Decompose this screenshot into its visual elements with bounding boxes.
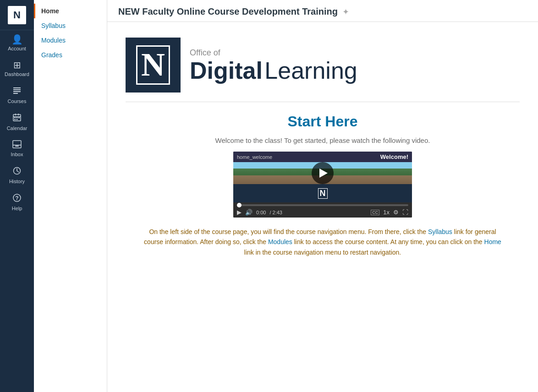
course-nav-sidebar: Home Syllabus Modules Grades: [34, 0, 107, 392]
svg-rect-13: [13, 141, 21, 148]
dashboard-icon: ⊞: [13, 60, 21, 70]
course-nav-syllabus[interactable]: Syllabus: [34, 18, 107, 33]
odl-n-box: N: [126, 38, 181, 93]
favorite-star-icon[interactable]: ✦: [342, 7, 349, 17]
sidebar-item-dashboard[interactable]: ⊞ Dashboard: [0, 56, 34, 82]
course-nav-modules[interactable]: Modules: [34, 33, 107, 48]
sidebar-item-label: History: [9, 179, 25, 184]
inbox-icon: [12, 140, 22, 150]
course-nav-grades[interactable]: Grades: [34, 48, 107, 62]
welcome-text: Welcome to the class! To get started, pl…: [126, 136, 520, 144]
video-play-button[interactable]: [312, 162, 334, 184]
nav-text-blue-syllabus: Syllabus: [428, 228, 452, 235]
video-fullscreen-icon[interactable]: ⛶: [402, 209, 408, 216]
sidebar-item-account[interactable]: 👤 Account: [0, 30, 34, 56]
nav-text-blue-modules: Modules: [268, 238, 292, 245]
sidebar-item-label: Courses: [8, 98, 27, 104]
video-time-total: / 2:43: [269, 210, 282, 215]
svg-rect-1: [13, 89, 21, 90]
sidebar-item-calendar[interactable]: Calendar: [0, 109, 34, 136]
video-controls: ▶ 🔊 0:00 / 2:43 CC 1x ⚙ ⛶: [233, 207, 412, 218]
sidebar-item-label: Account: [8, 46, 26, 51]
sidebar-item-history[interactable]: History: [0, 162, 34, 189]
canvas-logo: N: [8, 6, 26, 24]
sidebar-item-label: Calendar: [7, 125, 27, 131]
odl-digital-learning: Digital Learning: [190, 59, 357, 82]
nav-text-brown-1: On the left side of the course page, you…: [149, 228, 426, 235]
nav-instruction-text: On the left side of the course page, you…: [144, 227, 501, 257]
svg-rect-6: [15, 114, 16, 115]
course-nav-home[interactable]: Home: [34, 4, 107, 18]
canvas-logo-area[interactable]: N: [0, 0, 34, 30]
odl-text-area: Office of Digital Learning: [181, 48, 357, 82]
help-icon: ?: [12, 193, 22, 204]
video-campus-bg: [233, 162, 412, 184]
sidebar-item-label: Inbox: [11, 152, 23, 157]
progress-track[interactable]: [237, 204, 408, 206]
history-icon: [12, 166, 22, 177]
svg-rect-9: [16, 117, 18, 118]
svg-rect-8: [14, 117, 16, 118]
sidebar-item-help[interactable]: ? Help: [0, 189, 34, 216]
svg-rect-0: [13, 87, 21, 88]
odl-office-of: Office of: [190, 48, 357, 58]
nav-instructions: On the left side of the course page, you…: [126, 227, 520, 257]
video-logo-bar: N: [233, 184, 412, 202]
video-player: home_welcome Welcome! N: [233, 152, 412, 218]
odl-digital-text: Digital: [190, 57, 263, 84]
svg-rect-3: [13, 93, 18, 94]
calendar-icon: [12, 113, 22, 124]
sidebar-item-label: Help: [12, 206, 22, 211]
svg-rect-7: [18, 114, 19, 115]
svg-text:?: ?: [15, 195, 18, 201]
svg-line-18: [17, 171, 19, 172]
main-content: NEW Faculty Online Course Development Tr…: [107, 0, 538, 392]
video-progress-area[interactable]: [233, 202, 412, 207]
svg-rect-15: [15, 146, 19, 147]
nav-text-blue-home: Home: [484, 238, 501, 245]
video-title-text: home_welcome: [237, 154, 272, 160]
video-cc-icon[interactable]: CC: [371, 210, 379, 215]
video-volume-icon[interactable]: 🔊: [245, 209, 253, 216]
play-triangle-icon: [319, 169, 328, 178]
sidebar-item-courses[interactable]: Courses: [0, 82, 34, 109]
odl-learning-text: Learning: [264, 57, 357, 84]
video-time-current: 0:00: [256, 210, 266, 215]
video-welcome-label: Welcome!: [276, 153, 408, 160]
start-here-section: Start Here Welcome to the class! To get …: [126, 113, 520, 218]
svg-rect-12: [16, 119, 18, 120]
svg-rect-14: [13, 145, 21, 146]
sidebar-item-label: Dashboard: [5, 71, 29, 77]
global-sidebar: N 👤 Account ⊞ Dashboard Courses: [0, 0, 34, 392]
video-play-ctrl-icon[interactable]: ▶: [237, 209, 242, 216]
nav-text-brown-3: link to access the course content. At an…: [294, 238, 483, 245]
odl-logo: N Office of Digital Learning: [126, 38, 357, 93]
odl-n-letter: N: [136, 45, 170, 84]
video-title-bar: home_welcome Welcome!: [233, 152, 412, 162]
content-body: N Office of Digital Learning Start Here …: [107, 22, 538, 268]
video-speed-icon[interactable]: 1x: [383, 209, 390, 216]
courses-icon: [12, 86, 22, 97]
account-icon: 👤: [11, 35, 23, 44]
start-here-title: Start Here: [126, 113, 520, 130]
sidebar-item-inbox[interactable]: Inbox: [0, 136, 34, 162]
nav-text-brown-4: link in the course navigation menu to re…: [244, 249, 401, 256]
page-title: NEW Faculty Online Course Development Tr…: [118, 6, 338, 17]
video-settings-icon[interactable]: ⚙: [393, 209, 399, 216]
svg-rect-5: [13, 116, 21, 117]
svg-rect-11: [14, 119, 16, 120]
page-header: NEW Faculty Online Course Development Tr…: [107, 0, 538, 22]
progress-dot: [237, 203, 242, 207]
odl-logo-area: N Office of Digital Learning: [126, 33, 520, 102]
svg-rect-2: [13, 91, 21, 92]
video-n-logo: N: [318, 188, 328, 199]
svg-rect-10: [18, 117, 20, 118]
